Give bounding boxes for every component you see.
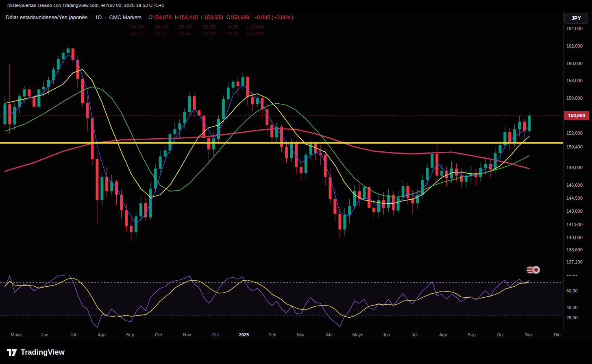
price-axis-label: 144,500 xyxy=(566,195,583,201)
high-value: 154,415 xyxy=(178,14,198,20)
time-axis-label: Oct xyxy=(489,332,511,337)
change-value: −0,085 (−0,06%) xyxy=(254,14,293,20)
jpy-flag-icon xyxy=(532,266,540,274)
chart-legend: Dólar estadounidense/Yen japonés · 1D · … xyxy=(6,13,293,21)
rsi-axis[interactable]: 80,0060,0040,0028,00 xyxy=(563,275,592,329)
rsi-axis-label: 28,00 xyxy=(566,315,578,320)
time-axis-label: Sep xyxy=(460,332,483,337)
timeframe-label[interactable]: 1D xyxy=(95,14,102,20)
price-axis-label: 152,000 xyxy=(566,130,583,136)
close-value: 153,989 xyxy=(230,14,249,20)
tradingview-screenshot: misterpuertas creado con TradingView.com… xyxy=(0,0,592,364)
rsi-axis-label: 60,00 xyxy=(566,288,578,294)
symbol-logos xyxy=(526,265,544,275)
low-value: 153,653 xyxy=(204,14,223,20)
pane-separator[interactable] xyxy=(0,275,592,275)
time-axis-label: Dic xyxy=(546,332,568,337)
currency-unit-button[interactable]: JPY xyxy=(564,13,588,24)
open-label: O xyxy=(148,14,152,20)
separator-dot: · xyxy=(104,14,106,20)
time-axis-label: Nov xyxy=(176,332,198,337)
price-axis[interactable]: 153,989 164,000162,000160,000158,000156,… xyxy=(563,11,592,275)
tradingview-logo-icon[interactable] xyxy=(7,349,17,357)
rsi-axis-label: 40,00 xyxy=(566,305,578,310)
last-price-badge: 153,989 xyxy=(564,111,589,120)
symbol-title[interactable]: Dólar estadounidense/Yen japonés xyxy=(6,14,87,20)
price-axis-label: 162,000 xyxy=(566,43,583,49)
time-axis-label: 2025 xyxy=(233,332,255,337)
overlay-ma-fast xyxy=(5,54,529,223)
price-axis-label: 143,000 xyxy=(566,208,583,214)
time-axis-label: Jul xyxy=(62,332,85,337)
time-axis-label: Jun xyxy=(33,332,56,337)
attribution-bar: misterpuertas creado con TradingView.com… xyxy=(0,0,592,11)
close-label: C xyxy=(226,14,230,20)
indicator-values-row: 154,074 154,415 153,653 153,989 −0,085 (… xyxy=(129,24,264,29)
price-axis-label: 158,000 xyxy=(566,78,583,83)
time-axis-label: Jun xyxy=(375,332,398,337)
price-axis-label: 156,000 xyxy=(566,95,583,101)
separator-dot: · xyxy=(90,14,92,20)
price-axis-label: 150,400 xyxy=(566,144,583,150)
time-axis-label: Jul xyxy=(403,332,426,337)
price-axis-label: 146,000 xyxy=(566,182,583,188)
exchange-label: CMC Markets xyxy=(109,14,141,20)
time-axis-label: Mar xyxy=(289,332,312,337)
time-axis[interactable]: MayoJunJulAgoSepOctNovDic2025FebMarAbrMa… xyxy=(0,329,592,341)
time-axis-label: Ago xyxy=(90,332,113,337)
price-axis-label: 140,000 xyxy=(566,235,583,240)
open-value: 154,074 xyxy=(152,14,172,20)
time-axis-label: Nov xyxy=(517,332,540,337)
overlay-ma-long xyxy=(5,129,529,171)
price-axis-label: 160,000 xyxy=(566,61,583,66)
time-axis-label: Mayo xyxy=(346,332,369,337)
price-axis-label: 137,200 xyxy=(566,259,583,265)
price-axis-label: 164,000 xyxy=(566,26,583,31)
time-axis-label: Mayo xyxy=(5,332,28,337)
rsi-indicator-pane[interactable] xyxy=(0,275,563,329)
overlay-ma-slow xyxy=(5,87,529,197)
price-axis-label: 148,000 xyxy=(566,165,583,170)
ohlc-values: O154,074 H154,415 L153,653 C153,989 xyxy=(148,14,249,20)
attribution-text: misterpuertas creado con TradingView.com… xyxy=(7,3,164,8)
time-axis-label: Feb xyxy=(261,332,284,337)
low-label: L xyxy=(201,14,204,20)
time-axis-label: Oct xyxy=(147,332,170,337)
price-chart-pane[interactable] xyxy=(0,11,563,275)
time-axis-label: Dic xyxy=(204,332,227,337)
price-axis-label: 138,600 xyxy=(566,247,583,253)
time-axis-label: Abr xyxy=(318,332,341,337)
tradingview-brand[interactable]: TradingView xyxy=(21,348,65,357)
time-axis-label: Sep xyxy=(119,332,141,337)
price-axis-label: 141,500 xyxy=(566,222,583,227)
footer-bar: TradingView xyxy=(0,341,592,364)
indicator-values-row: 154,074 154,415 153,653 153,989 −0,085 (… xyxy=(129,31,264,36)
rsi-axis-label: 80,00 xyxy=(566,275,578,277)
time-axis-label: Ago xyxy=(432,332,455,337)
